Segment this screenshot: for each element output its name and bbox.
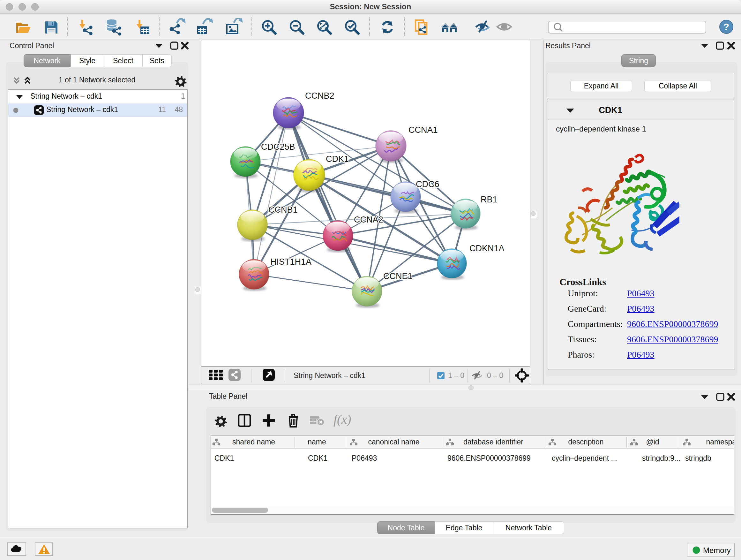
svg-text:CCNA1: CCNA1 (408, 125, 438, 135)
svg-text:CDC6: CDC6 (416, 179, 440, 189)
svg-text:CCNA2: CCNA2 (354, 215, 383, 225)
svg-text:CDKN1A: CDKN1A (469, 244, 504, 253)
svg-text:?: ? (724, 21, 729, 32)
svg-text:CCNE1: CCNE1 (383, 271, 413, 281)
svg-text:CCNB2: CCNB2 (305, 91, 334, 101)
svg-text:HIST1H1A: HIST1H1A (270, 257, 312, 266)
svg-text:CDC25B: CDC25B (261, 142, 295, 152)
svg-text:CCNB1: CCNB1 (268, 205, 298, 214)
svg-text:RB1: RB1 (481, 195, 497, 204)
svg-text:CDK1: CDK1 (326, 154, 349, 164)
